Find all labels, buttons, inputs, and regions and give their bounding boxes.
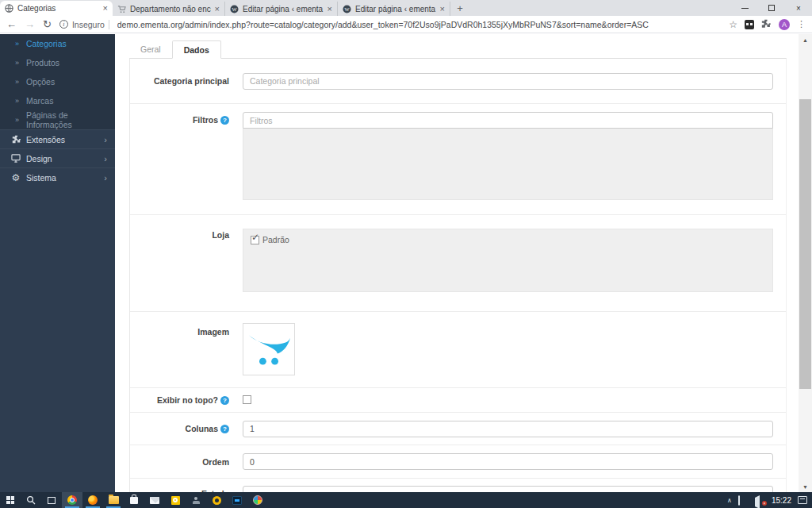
ps-app-icon: [232, 496, 242, 505]
loja-options-well: ✓ Padrão: [243, 229, 773, 292]
submenu-arrow-icon: »: [15, 97, 19, 105]
profile-avatar[interactable]: A: [779, 19, 790, 30]
info-icon: i: [59, 20, 68, 29]
taskbar-donut-app[interactable]: [206, 492, 227, 508]
yellow-app-icon: [171, 496, 180, 505]
taskbar-store[interactable]: [124, 492, 144, 508]
new-tab-button[interactable]: +: [450, 2, 469, 16]
firefox-icon: [88, 495, 98, 505]
tab-close-icon[interactable]: ×: [103, 4, 108, 13]
folder-icon: [109, 496, 119, 504]
taskbar-mail[interactable]: [144, 492, 165, 508]
browser-window: Categorias × Departamento não encontrado…: [0, 0, 812, 33]
loja-option-padrao[interactable]: ✓ Padrão: [251, 235, 765, 244]
sidebar-item-categorias[interactable]: » Categorias: [0, 34, 115, 53]
checkbox-checked[interactable]: ✓: [251, 236, 259, 244]
store-bag-icon: [130, 497, 138, 504]
display-tray-icon[interactable]: [738, 496, 749, 504]
sidebar-item-paginas-informacoes[interactable]: » Páginas de Informações: [0, 110, 115, 129]
page-scrollbar[interactable]: ▲ ▼: [799, 34, 812, 492]
monitor-icon: [10, 154, 22, 163]
ordem-input[interactable]: [243, 453, 773, 470]
field-label-text: Colunas: [186, 424, 218, 433]
minimize-button[interactable]: [731, 0, 758, 16]
colunas-input[interactable]: [243, 421, 773, 437]
browser-tab-editar-2[interactable]: W Editar página ‹ ementa segura — ×: [338, 2, 450, 16]
admin-sidebar: » Categorias » Produtos » Opções » Marca…: [0, 34, 115, 492]
extensions-puzzle-icon[interactable]: [761, 19, 772, 29]
sidebar-item-sistema[interactable]: ⚙ Sistema ›: [0, 167, 115, 187]
forward-button[interactable]: →: [25, 19, 35, 29]
sidebar-item-label: Opções: [26, 77, 55, 87]
taskbar-file-explorer[interactable]: [103, 492, 124, 508]
tab-geral[interactable]: Geral: [129, 40, 172, 58]
tab-close-icon[interactable]: ×: [327, 5, 332, 13]
search-icon: [26, 495, 36, 505]
tab-title: Departamento não encontrado!: [130, 5, 211, 13]
help-icon[interactable]: ?: [220, 116, 229, 125]
task-view-button[interactable]: [41, 492, 62, 508]
taskbar-firefox[interactable]: [82, 492, 103, 508]
site-security-info[interactable]: i Inseguro: [59, 20, 109, 29]
check-icon: ✓: [251, 232, 259, 243]
taskbar-chrome[interactable]: [62, 492, 82, 508]
tab-close-icon[interactable]: ×: [440, 5, 445, 13]
sidebar-item-label: Marcas: [26, 96, 53, 106]
form-row-loja: Loja ✓ Padrão: [130, 215, 786, 312]
tab-dados[interactable]: Dados: [172, 40, 221, 59]
sidebar-item-extensoes[interactable]: Extensões ›: [0, 129, 115, 148]
tray-expand-icon[interactable]: ∧: [727, 497, 732, 504]
windows-taskbar: ∧ × 15:22: [0, 492, 812, 508]
gear-icon: ⚙: [10, 172, 22, 183]
scrollbar-thumb[interactable]: [799, 99, 811, 389]
taskbar-paint-app[interactable]: [247, 492, 268, 508]
browser-tab-categorias[interactable]: Categorias ×: [0, 1, 113, 16]
wordpress-icon: W: [343, 5, 351, 13]
submenu-arrow-icon: »: [15, 40, 19, 48]
field-label: Estado: [130, 486, 243, 492]
sidebar-item-label: Páginas de Informações: [26, 110, 115, 129]
dados-tab-panel: Categoria principal Filtros? Loja: [129, 58, 787, 492]
browser-tab-strip: Categorias × Departamento não encontrado…: [0, 0, 812, 16]
volume-muted-icon[interactable]: ×: [755, 496, 765, 504]
search-button[interactable]: [21, 492, 41, 508]
browser-toolbar: ← → ↻ i Inseguro demo.ementa.org/admin/i…: [0, 16, 812, 33]
category-image-thumbnail[interactable]: [243, 323, 295, 375]
sidebar-item-produtos[interactable]: » Produtos: [0, 53, 115, 72]
scroll-down-icon[interactable]: ▼: [799, 481, 812, 492]
filtros-list-well: [243, 129, 773, 200]
start-button[interactable]: [0, 492, 21, 508]
browser-tab-editar-1[interactable]: W Editar página ‹ ementa segura — ×: [225, 2, 338, 16]
scroll-up-icon[interactable]: ▲: [799, 34, 812, 45]
form-row-filtros: Filtros?: [130, 104, 786, 215]
taskbar-contacts-app[interactable]: [186, 492, 206, 508]
maximize-button[interactable]: [758, 0, 785, 16]
sidebar-item-label: Categorias: [26, 39, 67, 48]
back-button[interactable]: ←: [6, 19, 17, 29]
field-label: Ordem: [130, 457, 243, 467]
field-label: Exibir no topo??: [130, 395, 243, 405]
browser-tab-departamento[interactable]: Departamento não encontrado! ×: [113, 2, 225, 16]
system-tray: ∧ × 15:22: [727, 496, 812, 505]
sidebar-item-marcas[interactable]: » Marcas: [0, 91, 115, 110]
tab-close-icon[interactable]: ×: [215, 5, 220, 13]
exibir-no-topo-checkbox[interactable]: [243, 395, 251, 404]
action-center-icon[interactable]: [798, 496, 807, 504]
help-icon[interactable]: ?: [220, 396, 229, 405]
estado-select[interactable]: Ativo: [243, 486, 773, 492]
opencart-logo-icon: [247, 332, 290, 367]
taskbar-clock[interactable]: 15:22: [772, 496, 791, 505]
bookmark-star-icon[interactable]: ☆: [729, 19, 737, 30]
categoria-principal-input[interactable]: [243, 73, 773, 90]
help-icon[interactable]: ?: [220, 425, 229, 433]
browser-menu-icon[interactable]: ⋮: [797, 19, 806, 29]
sidebar-item-design[interactable]: Design ›: [0, 148, 115, 167]
taskbar-ps-app[interactable]: [227, 492, 247, 508]
filtros-input[interactable]: [243, 112, 773, 129]
address-bar[interactable]: demo.ementa.org/admin/index.php?route=ca…: [117, 20, 721, 29]
close-button[interactable]: ×: [785, 0, 812, 16]
sidebar-item-opcoes[interactable]: » Opções: [0, 72, 115, 91]
taskbar-yellow-app[interactable]: [165, 492, 186, 508]
extension-icon[interactable]: [745, 20, 754, 29]
reload-button[interactable]: ↻: [43, 19, 52, 29]
